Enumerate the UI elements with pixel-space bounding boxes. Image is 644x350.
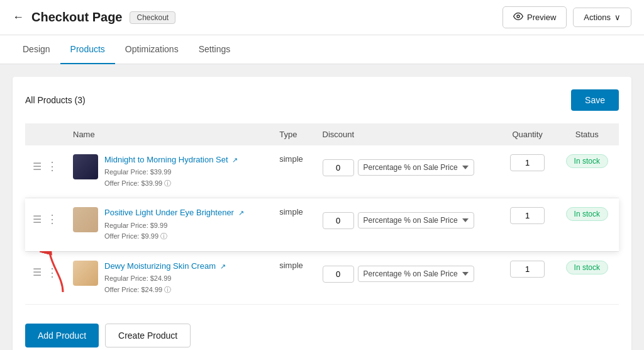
quantity-cell bbox=[500, 251, 555, 304]
product-type: simple bbox=[272, 198, 314, 251]
product-details: Positive Light Under Eye Brightener ↗ Re… bbox=[104, 207, 264, 242]
price-info: Regular Price: $9.99Offer Price: $9.99 ⓘ bbox=[104, 220, 264, 242]
help-icon: ⓘ bbox=[164, 179, 171, 187]
discount-input[interactable] bbox=[323, 266, 354, 283]
header-right: Preview Actions ∨ bbox=[502, 6, 631, 28]
quantity-cell bbox=[500, 198, 555, 251]
table-row: ☰ ⋮ Positive Light Under Eye Brightener … bbox=[25, 198, 619, 251]
col-handle bbox=[25, 123, 65, 145]
col-type: Type bbox=[272, 123, 314, 145]
status-badge: In stock bbox=[566, 261, 608, 274]
status-cell: In stock bbox=[555, 145, 619, 198]
products-header: All Products (3) Save bbox=[25, 89, 619, 111]
price-info: Regular Price: $24.99Offer Price: $24.99… bbox=[104, 273, 264, 295]
discount-input[interactable] bbox=[323, 212, 354, 229]
add-product-button[interactable]: Add Product bbox=[25, 324, 99, 347]
product-image bbox=[73, 207, 98, 232]
external-link-icon[interactable]: ↗ bbox=[220, 262, 226, 270]
tab-products[interactable]: Products bbox=[60, 35, 115, 64]
product-info: Dewy Moisturizing Skin Cream ↗ Regular P… bbox=[73, 261, 264, 295]
tabs-bar: Design Products Optimizations Settings bbox=[0, 35, 644, 64]
tab-design[interactable]: Design bbox=[13, 35, 60, 64]
actions-label: Actions bbox=[584, 13, 611, 22]
discount-cell: Percentage % on Sale Price Fixed Amount bbox=[323, 207, 492, 229]
product-info: Positive Light Under Eye Brightener ↗ Re… bbox=[73, 207, 264, 242]
quantity-input[interactable] bbox=[510, 207, 545, 224]
quantity-input[interactable] bbox=[510, 261, 545, 278]
chevron-down-icon: ∨ bbox=[614, 13, 621, 22]
drag-handle-icon[interactable]: ☰ bbox=[33, 213, 42, 225]
price-info: Regular Price: $39.99Offer Price: $39.99… bbox=[104, 167, 264, 189]
handle-cell: ☰ ⋮ bbox=[33, 154, 58, 173]
status-badge: In stock bbox=[566, 207, 608, 221]
product-name[interactable]: Midnight to Morning Hydration Set ↗ bbox=[104, 154, 264, 166]
header-left: ← Checkout Page Checkout bbox=[13, 10, 175, 25]
product-name[interactable]: Positive Light Under Eye Brightener ↗ bbox=[104, 207, 264, 218]
main-content: All Products (3) Save Name Type Discount… bbox=[0, 64, 644, 350]
back-button[interactable]: ← bbox=[13, 11, 24, 24]
svg-point-0 bbox=[517, 15, 519, 18]
external-link-icon[interactable]: ↗ bbox=[238, 209, 244, 217]
discount-type-select[interactable]: Percentage % on Sale Price Fixed Amount bbox=[358, 212, 474, 229]
status-badge: In stock bbox=[566, 154, 608, 168]
help-icon: ⓘ bbox=[164, 286, 171, 293]
col-quantity: Quantity bbox=[500, 123, 555, 145]
product-details: Midnight to Morning Hydration Set ↗ Regu… bbox=[104, 154, 264, 189]
preview-button[interactable]: Preview bbox=[502, 6, 567, 28]
kebab-menu-icon[interactable]: ⋮ bbox=[47, 212, 58, 226]
status-cell: In stock bbox=[555, 251, 619, 304]
save-button[interactable]: Save bbox=[571, 89, 619, 111]
discount-cell: Percentage % on Sale Price Fixed Amount bbox=[323, 154, 492, 176]
eye-icon bbox=[513, 11, 523, 23]
discount-input[interactable] bbox=[323, 159, 354, 176]
bottom-actions: Add Product Create Product bbox=[25, 324, 619, 347]
tab-optimizations[interactable]: Optimizations bbox=[115, 35, 189, 64]
col-status: Status bbox=[555, 123, 619, 145]
external-link-icon[interactable]: ↗ bbox=[232, 156, 238, 164]
quantity-input[interactable] bbox=[510, 154, 545, 171]
preview-label: Preview bbox=[527, 13, 556, 22]
col-name: Name bbox=[65, 123, 272, 145]
drag-handle-icon[interactable]: ☰ bbox=[33, 161, 42, 172]
actions-button[interactable]: Actions ∨ bbox=[573, 8, 631, 27]
product-details: Dewy Moisturizing Skin Cream ↗ Regular P… bbox=[104, 261, 264, 295]
product-type: simple bbox=[272, 145, 314, 198]
discount-type-select[interactable]: Percentage % on Sale Price Fixed Amount bbox=[358, 159, 474, 176]
content-card: All Products (3) Save Name Type Discount… bbox=[13, 77, 631, 350]
discount-cell: Percentage % on Sale Price Fixed Amount bbox=[323, 261, 492, 283]
create-product-button[interactable]: Create Product bbox=[105, 324, 191, 347]
products-table: Name Type Discount Quantity Status ☰ ⋮ bbox=[25, 123, 619, 305]
product-image bbox=[73, 154, 98, 179]
help-icon: ⓘ bbox=[160, 232, 167, 240]
page-header: ← Checkout Page Checkout Preview Actions… bbox=[0, 0, 644, 35]
product-type: simple bbox=[272, 251, 314, 304]
tab-settings[interactable]: Settings bbox=[189, 35, 241, 64]
product-info: Midnight to Morning Hydration Set ↗ Regu… bbox=[73, 154, 264, 189]
page-wrapper: ← Checkout Page Checkout Preview Actions… bbox=[0, 0, 644, 350]
kebab-menu-icon[interactable]: ⋮ bbox=[47, 159, 58, 173]
table-header-row: Name Type Discount Quantity Status bbox=[25, 123, 619, 145]
status-cell: In stock bbox=[555, 198, 619, 251]
products-count: All Products (3) bbox=[25, 95, 86, 105]
table-row: ☰ ⋮ Midnight to Morning Hydration Set ↗ bbox=[25, 145, 619, 198]
col-discount: Discount bbox=[315, 123, 500, 145]
checkout-badge: Checkout bbox=[130, 11, 175, 24]
handle-cell: ☰ ⋮ bbox=[33, 207, 58, 226]
discount-type-select[interactable]: Percentage % on Sale Price Fixed Amount bbox=[358, 266, 474, 282]
page-title: Checkout Page bbox=[31, 10, 122, 25]
table-row: ☰ ⋮ Dewy Moisturizing Skin Cream ↗ bbox=[25, 251, 619, 304]
product-name[interactable]: Dewy Moisturizing Skin Cream ↗ bbox=[104, 261, 264, 272]
quantity-cell bbox=[500, 145, 555, 198]
